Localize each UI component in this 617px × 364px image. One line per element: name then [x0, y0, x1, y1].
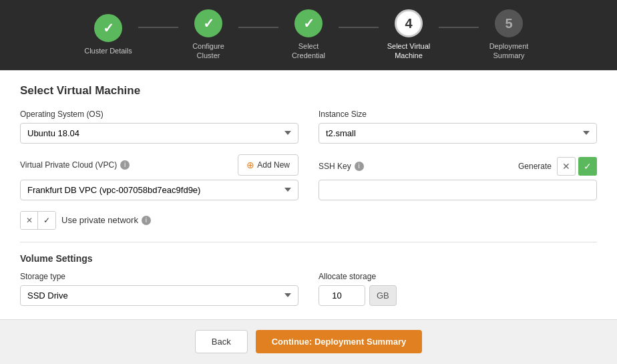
page-title: Select Virtual Machine: [20, 84, 597, 98]
os-instance-row: Operating System (OS) Ubuntu 18.04 Insta…: [20, 110, 597, 144]
step-circle-5: 5: [495, 9, 523, 37]
os-group: Operating System (OS) Ubuntu 18.04: [20, 110, 298, 144]
ssh-key-input[interactable]: [319, 180, 597, 200]
ssh-info-icon[interactable]: i: [355, 162, 364, 171]
os-label: Operating System (OS): [20, 110, 298, 119]
storage-row: Storage type SSD Drive Allocate storage …: [20, 272, 597, 306]
generate-x-button[interactable]: ✕: [557, 157, 576, 176]
step-circle-1: ✓: [94, 14, 122, 42]
step-circle-3: ✓: [294, 9, 323, 37]
plus-icon: ⊕: [246, 160, 254, 170]
gb-label: GB: [369, 285, 397, 306]
step-circle-4: 4: [395, 9, 423, 37]
vpc-select[interactable]: Frankfurt DB VPC (vpc-007058bd7eac9fd9e): [20, 180, 298, 200]
ssh-group: SSH Key i Generate ✕ ✓: [319, 157, 597, 200]
step-label-1: Cluster Details: [84, 46, 132, 55]
step-label-2: Configure Cluster: [182, 41, 235, 61]
main-content: Select Virtual Machine Operating System …: [0, 70, 617, 319]
generate-check-button[interactable]: ✓: [578, 157, 597, 176]
vpc-label: Virtual Private Cloud (VPC) i: [20, 160, 130, 170]
instance-group: Instance Size t2.small: [319, 110, 597, 144]
step-circle-2: ✓: [194, 9, 222, 37]
connector-2: [238, 27, 278, 28]
checkmark-icon-3: ✓: [303, 15, 315, 31]
ssh-label: SSH Key i: [319, 162, 364, 171]
vpc-group: Virtual Private Cloud (VPC) i ⊕ Add New …: [20, 154, 298, 200]
storage-label: Storage type: [20, 272, 298, 281]
allocate-storage-input[interactable]: [319, 285, 365, 306]
private-network-x-button[interactable]: ✕: [21, 212, 38, 229]
step-select-credential[interactable]: ✓ Select Credential: [278, 9, 339, 61]
generate-label: Generate: [518, 162, 552, 171]
allocate-input-row: GB: [319, 285, 597, 306]
step-number-4: 4: [405, 16, 412, 31]
step-select-vm[interactable]: 4 Select VirtualMachine: [379, 9, 439, 61]
checkmark-icon-1: ✓: [103, 20, 114, 36]
instance-label: Instance Size: [319, 110, 597, 119]
footer: Back Continue: Deployment Summary: [0, 319, 617, 363]
step-label-4: Select VirtualMachine: [387, 41, 431, 61]
stepper: ✓ Cluster Details ✓ Configure Cluster ✓ …: [0, 0, 617, 70]
step-configure-cluster[interactable]: ✓ Configure Cluster: [178, 9, 238, 61]
instance-select[interactable]: t2.small: [319, 123, 597, 144]
add-new-button[interactable]: ⊕ Add New: [238, 154, 298, 176]
allocate-label: Allocate storage: [319, 272, 597, 281]
generate-group: Generate ✕ ✓: [518, 157, 597, 176]
step-label-5: DeploymentSummary: [489, 41, 529, 61]
continue-button[interactable]: Continue: Deployment Summary: [256, 330, 423, 353]
checkmark-icon-2: ✓: [203, 15, 214, 31]
private-network-info-icon[interactable]: i: [142, 216, 151, 225]
connector-1: [138, 27, 178, 28]
private-network-row: ✕ ✓ Use private network i: [20, 211, 597, 230]
private-network-label: Use private network i: [61, 215, 151, 225]
private-network-check-button[interactable]: ✓: [38, 212, 55, 229]
step-number-5: 5: [505, 16, 512, 31]
volume-settings-title: Volume Settings: [20, 253, 597, 264]
add-new-label: Add New: [257, 160, 290, 170]
step-label-3: Select Credential: [282, 41, 335, 61]
private-network-toggle[interactable]: ✕ ✓: [20, 211, 56, 230]
vpc-info-icon[interactable]: i: [120, 160, 130, 170]
os-select[interactable]: Ubuntu 18.04: [20, 123, 298, 144]
storage-type-group: Storage type SSD Drive: [20, 272, 298, 306]
allocate-group: Allocate storage GB: [319, 272, 597, 306]
step-deployment-summary[interactable]: 5 DeploymentSummary: [479, 9, 539, 61]
connector-3: [339, 27, 379, 28]
connector-4: [439, 27, 479, 28]
back-button[interactable]: Back: [195, 330, 248, 353]
storage-type-select[interactable]: SSD Drive: [20, 285, 298, 306]
divider: [20, 242, 597, 242]
vpc-ssh-row: Virtual Private Cloud (VPC) i ⊕ Add New …: [20, 154, 597, 200]
step-cluster-details[interactable]: ✓ Cluster Details: [78, 14, 138, 55]
